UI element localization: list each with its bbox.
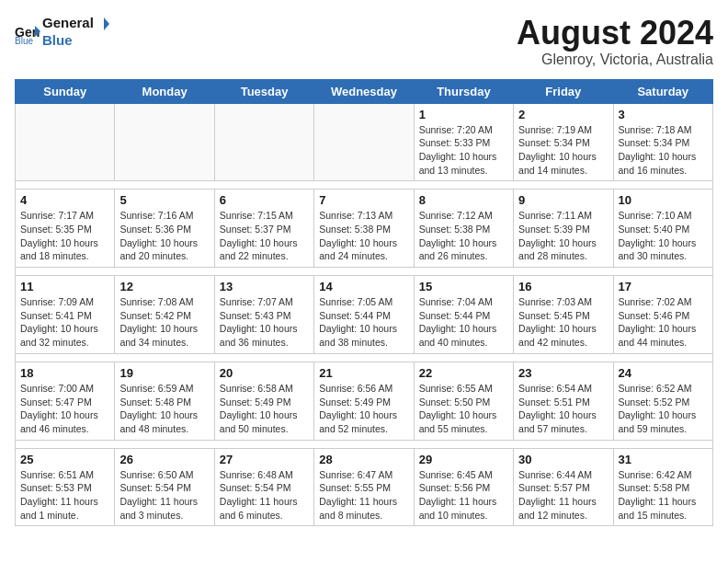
day-number: 25	[20, 453, 109, 466]
logo-name: General	[42, 15, 112, 32]
header-tuesday: Tuesday	[214, 79, 313, 103]
week-row-1: 1Sunrise: 7:20 AM Sunset: 5:33 PM Daylig…	[16, 103, 713, 181]
day-info: Sunrise: 7:15 AM Sunset: 5:37 PM Dayligh…	[220, 209, 309, 263]
day-info: Sunrise: 6:45 AM Sunset: 5:56 PM Dayligh…	[419, 468, 508, 523]
calendar-cell: 24Sunrise: 6:52 AM Sunset: 5:52 PM Dayli…	[613, 362, 712, 440]
day-info: Sunrise: 7:19 AM Sunset: 5:34 PM Dayligh…	[518, 123, 608, 178]
day-number: 15	[419, 280, 508, 293]
day-number: 1	[419, 108, 508, 121]
calendar-cell: 16Sunrise: 7:03 AM Sunset: 5:45 PM Dayli…	[514, 276, 613, 354]
svg-text:Blue: Blue	[15, 36, 33, 44]
calendar-cell: 11Sunrise: 7:09 AM Sunset: 5:41 PM Dayli…	[16, 276, 115, 354]
day-number: 12	[119, 280, 209, 293]
logo-sub: Blue	[42, 32, 112, 48]
day-info: Sunrise: 6:55 AM Sunset: 5:50 PM Dayligh…	[419, 382, 508, 436]
header-monday: Monday	[115, 79, 214, 103]
day-info: Sunrise: 7:10 AM Sunset: 5:40 PM Dayligh…	[619, 209, 708, 263]
calendar-table: Sunday Monday Tuesday Wednesday Thursday…	[15, 79, 713, 527]
day-number: 6	[220, 193, 309, 207]
day-number: 28	[319, 453, 408, 466]
day-info: Sunrise: 6:56 AM Sunset: 5:49 PM Dayligh…	[319, 382, 408, 436]
week-row-2: 4Sunrise: 7:17 AM Sunset: 5:35 PM Daylig…	[16, 190, 713, 268]
day-number: 18	[20, 366, 109, 380]
svg-marker-3	[104, 17, 109, 30]
day-info: Sunrise: 7:20 AM Sunset: 5:33 PM Dayligh…	[419, 123, 508, 178]
logo: General Blue General Blue	[15, 15, 112, 48]
day-info: Sunrise: 7:00 AM Sunset: 5:47 PM Dayligh…	[20, 382, 109, 436]
day-number: 27	[220, 453, 309, 466]
week-row-3: 11Sunrise: 7:09 AM Sunset: 5:41 PM Dayli…	[16, 276, 713, 354]
location-title: Glenroy, Victoria, Australia	[517, 52, 713, 68]
day-number: 21	[319, 366, 408, 380]
day-info: Sunrise: 6:44 AM Sunset: 5:57 PM Dayligh…	[518, 468, 608, 523]
day-info: Sunrise: 7:03 AM Sunset: 5:45 PM Dayligh…	[518, 295, 608, 350]
day-info: Sunrise: 7:17 AM Sunset: 5:35 PM Dayligh…	[20, 209, 109, 263]
header-saturday: Saturday	[613, 79, 712, 103]
day-number: 7	[319, 193, 408, 207]
day-number: 24	[619, 366, 708, 380]
calendar-cell: 8Sunrise: 7:12 AM Sunset: 5:38 PM Daylig…	[414, 190, 513, 268]
day-info: Sunrise: 6:52 AM Sunset: 5:52 PM Dayligh…	[619, 382, 708, 436]
day-number: 8	[419, 193, 508, 207]
header-wednesday: Wednesday	[314, 79, 414, 103]
day-number: 29	[419, 453, 508, 466]
header-thursday: Thursday	[414, 79, 513, 103]
calendar-cell	[314, 103, 414, 181]
day-number: 26	[119, 453, 209, 466]
calendar-cell: 3Sunrise: 7:18 AM Sunset: 5:34 PM Daylig…	[613, 103, 712, 181]
logo-icon: General Blue	[15, 18, 40, 44]
week-row-5: 25Sunrise: 6:51 AM Sunset: 5:53 PM Dayli…	[16, 448, 713, 526]
weekday-header-row: Sunday Monday Tuesday Wednesday Thursday…	[16, 79, 713, 103]
day-number: 5	[119, 193, 209, 207]
month-title: August 2024	[517, 15, 713, 52]
header-friday: Friday	[514, 79, 613, 103]
day-info: Sunrise: 6:51 AM Sunset: 5:53 PM Dayligh…	[20, 468, 109, 523]
calendar-cell: 1Sunrise: 7:20 AM Sunset: 5:33 PM Daylig…	[414, 103, 513, 181]
calendar-cell: 4Sunrise: 7:17 AM Sunset: 5:35 PM Daylig…	[16, 190, 115, 268]
calendar-cell: 12Sunrise: 7:08 AM Sunset: 5:42 PM Dayli…	[115, 276, 214, 354]
calendar-cell: 2Sunrise: 7:19 AM Sunset: 5:34 PM Daylig…	[514, 103, 613, 181]
week-spacer	[16, 353, 713, 362]
calendar-cell: 7Sunrise: 7:13 AM Sunset: 5:38 PM Daylig…	[314, 190, 414, 268]
calendar-cell: 5Sunrise: 7:16 AM Sunset: 5:36 PM Daylig…	[115, 190, 214, 268]
day-info: Sunrise: 6:50 AM Sunset: 5:54 PM Dayligh…	[119, 468, 209, 523]
day-info: Sunrise: 7:02 AM Sunset: 5:46 PM Dayligh…	[619, 295, 708, 350]
day-info: Sunrise: 6:54 AM Sunset: 5:51 PM Dayligh…	[518, 382, 608, 436]
week-spacer	[16, 181, 713, 190]
day-number: 10	[619, 193, 708, 207]
calendar-cell: 15Sunrise: 7:04 AM Sunset: 5:44 PM Dayli…	[414, 276, 513, 354]
day-number: 2	[518, 108, 608, 121]
day-info: Sunrise: 7:16 AM Sunset: 5:36 PM Dayligh…	[119, 209, 209, 263]
day-number: 17	[619, 280, 708, 293]
calendar-cell: 23Sunrise: 6:54 AM Sunset: 5:51 PM Dayli…	[514, 362, 613, 440]
day-number: 4	[20, 193, 109, 207]
week-spacer	[16, 440, 713, 448]
calendar-cell: 22Sunrise: 6:55 AM Sunset: 5:50 PM Dayli…	[414, 362, 513, 440]
calendar-cell: 20Sunrise: 6:58 AM Sunset: 5:49 PM Dayli…	[214, 362, 313, 440]
title-area: August 2024 Glenroy, Victoria, Australia	[517, 15, 713, 68]
day-number: 16	[518, 280, 608, 293]
calendar-cell: 13Sunrise: 7:07 AM Sunset: 5:43 PM Dayli…	[214, 276, 313, 354]
calendar-cell: 29Sunrise: 6:45 AM Sunset: 5:56 PM Dayli…	[414, 448, 513, 526]
calendar-cell	[16, 103, 115, 181]
logo-arrow-icon	[95, 16, 111, 32]
day-info: Sunrise: 6:59 AM Sunset: 5:48 PM Dayligh…	[119, 382, 209, 436]
day-info: Sunrise: 7:07 AM Sunset: 5:43 PM Dayligh…	[220, 295, 309, 350]
calendar-cell: 25Sunrise: 6:51 AM Sunset: 5:53 PM Dayli…	[16, 448, 115, 526]
calendar-cell: 18Sunrise: 7:00 AM Sunset: 5:47 PM Dayli…	[16, 362, 115, 440]
day-info: Sunrise: 7:18 AM Sunset: 5:34 PM Dayligh…	[619, 123, 708, 178]
week-spacer	[16, 268, 713, 276]
day-number: 20	[220, 366, 309, 380]
day-number: 30	[518, 453, 608, 466]
calendar-cell: 21Sunrise: 6:56 AM Sunset: 5:49 PM Dayli…	[314, 362, 414, 440]
day-info: Sunrise: 7:09 AM Sunset: 5:41 PM Dayligh…	[20, 295, 109, 350]
calendar-cell: 28Sunrise: 6:47 AM Sunset: 5:55 PM Dayli…	[314, 448, 414, 526]
calendar-cell: 9Sunrise: 7:11 AM Sunset: 5:39 PM Daylig…	[514, 190, 613, 268]
calendar-cell	[214, 103, 313, 181]
day-number: 31	[619, 453, 708, 466]
calendar-cell: 10Sunrise: 7:10 AM Sunset: 5:40 PM Dayli…	[613, 190, 712, 268]
calendar-cell: 31Sunrise: 6:42 AM Sunset: 5:58 PM Dayli…	[613, 448, 712, 526]
day-info: Sunrise: 6:47 AM Sunset: 5:55 PM Dayligh…	[319, 468, 408, 523]
day-number: 22	[419, 366, 508, 380]
day-info: Sunrise: 7:05 AM Sunset: 5:44 PM Dayligh…	[319, 295, 408, 350]
